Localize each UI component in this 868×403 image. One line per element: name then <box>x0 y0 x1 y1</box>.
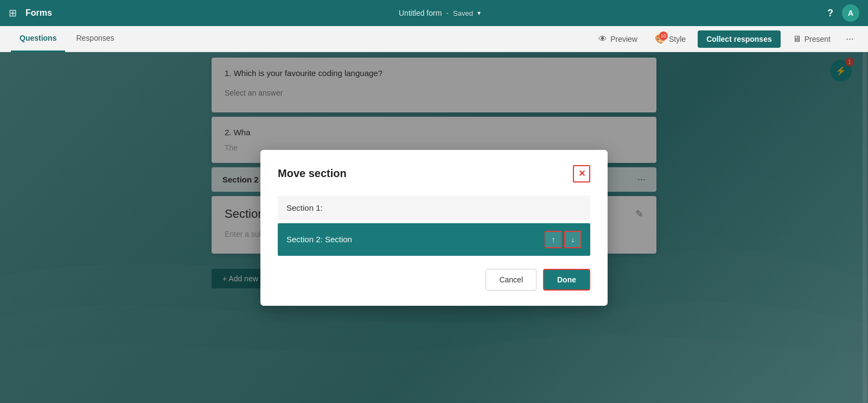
section2-item[interactable]: Section 2: Section ↑ ↓ <box>278 223 590 256</box>
form-title-area: Untitled form - Saved ▾ <box>61 9 819 17</box>
modal-header: Move section ✕ <box>278 165 590 182</box>
app-title: Forms <box>25 8 52 18</box>
collect-responses-button[interactable]: Collect responses <box>698 30 781 48</box>
subbar: Questions Responses 👁 Preview 🎨 10 Style… <box>0 26 868 52</box>
tab-questions[interactable]: Questions <box>11 26 65 52</box>
tab-responses[interactable]: Responses <box>67 26 123 52</box>
cancel-button[interactable]: Cancel <box>486 269 537 291</box>
chevron-down-icon[interactable]: ▾ <box>477 9 481 17</box>
section1-label: Section 1: <box>286 203 323 212</box>
more-options-button[interactable]: ··· <box>843 30 857 48</box>
separator: - <box>446 9 449 17</box>
grid-icon[interactable]: ⊞ <box>9 7 17 19</box>
topbar-right: ? A <box>827 4 859 22</box>
subbar-right: 👁 Preview 🎨 10 Style Collect responses 🖥… <box>593 30 857 48</box>
preview-button[interactable]: 👁 Preview <box>593 31 643 47</box>
style-icon-wrap: 🎨 10 <box>655 34 666 44</box>
style-button[interactable]: 🎨 10 Style <box>649 30 691 47</box>
avatar[interactable]: A <box>842 4 859 22</box>
section2-item-label: Section 2: Section <box>286 235 352 244</box>
present-icon: 🖥 <box>793 34 801 44</box>
saved-status: Saved <box>453 9 473 17</box>
up-arrow-icon: ↑ <box>552 235 556 244</box>
modal-overlay: Move section ✕ Section 1: Section 2: Sec… <box>0 52 868 403</box>
move-down-button[interactable]: ↓ <box>564 231 582 248</box>
down-arrow-icon: ↓ <box>571 235 575 244</box>
move-up-button[interactable]: ↑ <box>545 231 562 248</box>
present-button[interactable]: 🖥 Present <box>787 31 836 47</box>
close-icon: ✕ <box>578 168 585 179</box>
modal-title: Move section <box>278 167 347 180</box>
section1-item[interactable]: Section 1: <box>278 196 590 220</box>
modal-footer: Cancel Done <box>278 269 590 291</box>
topbar: ⊞ Forms Untitled form - Saved ▾ ? A <box>0 0 868 26</box>
move-section-modal: Move section ✕ Section 1: Section 2: Sec… <box>260 150 608 306</box>
preview-icon: 👁 <box>598 34 607 44</box>
style-badge: 10 <box>659 32 668 40</box>
done-button[interactable]: Done <box>543 269 590 291</box>
help-button[interactable]: ? <box>827 8 833 19</box>
close-button[interactable]: ✕ <box>573 165 590 182</box>
section-move-actions: ↑ ↓ <box>545 231 582 248</box>
form-title: Untitled form <box>399 9 442 17</box>
main-content: 1. Which is your favourite coding langua… <box>0 52 868 403</box>
